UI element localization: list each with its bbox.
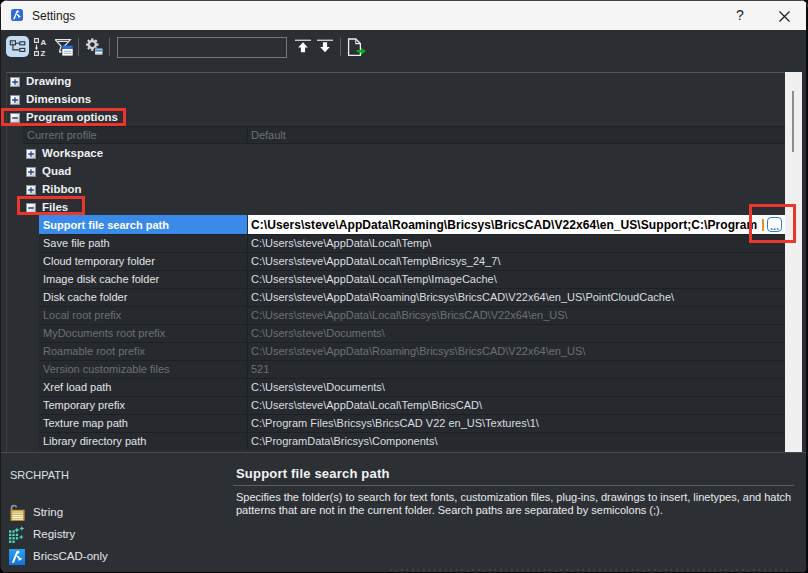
svg-text:Z: Z <box>41 49 46 57</box>
svg-text:A: A <box>41 38 47 47</box>
